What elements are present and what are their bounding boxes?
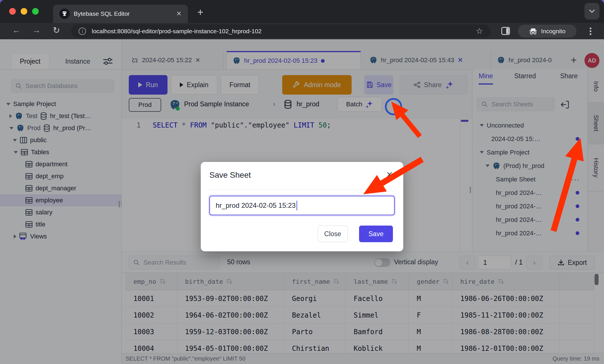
browser-tab[interactable]: Bytebase SQL Editor ✕	[53, 5, 188, 23]
dialog-title: Save Sheet	[209, 171, 251, 180]
browser-tab-title: Bytebase SQL Editor	[74, 10, 172, 17]
incognito-badge: Incognito	[518, 25, 576, 38]
screenshot-root: Bytebase SQL Editor ✕ + ← → ↻ i localhos…	[0, 0, 604, 364]
browser-menu-icon[interactable]	[590, 26, 591, 36]
address-bar[interactable]: i localhost:8080/sql-editor/prod-sample-…	[71, 24, 490, 38]
incognito-icon	[529, 28, 537, 34]
close-tab-icon[interactable]: ✕	[176, 10, 182, 17]
chevron-down-icon	[589, 9, 595, 13]
close-window-button[interactable]	[9, 8, 16, 15]
site-info-icon[interactable]: i	[79, 28, 86, 35]
save-sheet-dialog: Save Sheet ✕ Close Save	[201, 162, 403, 251]
url-text[interactable]: localhost:8080/sql-editor/prod-sample-in…	[92, 28, 470, 35]
bytebase-favicon	[59, 9, 70, 19]
browser-tab-strip: Bytebase SQL Editor ✕ +	[0, 0, 604, 23]
maximize-window-button[interactable]	[32, 8, 39, 15]
back-icon[interactable]: ←	[12, 25, 21, 35]
incognito-label: Incognito	[541, 28, 565, 35]
dialog-save-button[interactable]: Save	[359, 226, 393, 242]
new-tab-button[interactable]: +	[197, 6, 203, 18]
text-caret	[297, 201, 297, 210]
bookmark-star-icon[interactable]: ☆	[476, 26, 483, 36]
minimize-window-button[interactable]	[21, 8, 27, 15]
side-panel-icon[interactable]	[501, 27, 510, 35]
forward-icon[interactable]: →	[32, 25, 41, 35]
sheet-name-input[interactable]	[209, 196, 395, 215]
dialog-divider	[209, 189, 395, 190]
tab-search-button[interactable]	[584, 3, 599, 19]
dialog-close-icon[interactable]: ✕	[386, 170, 393, 179]
reload-icon[interactable]: ↻	[53, 25, 60, 35]
browser-toolbar: ← → ↻ i localhost:8080/sql-editor/prod-s…	[0, 23, 604, 39]
dialog-close-button[interactable]: Close	[318, 226, 348, 242]
